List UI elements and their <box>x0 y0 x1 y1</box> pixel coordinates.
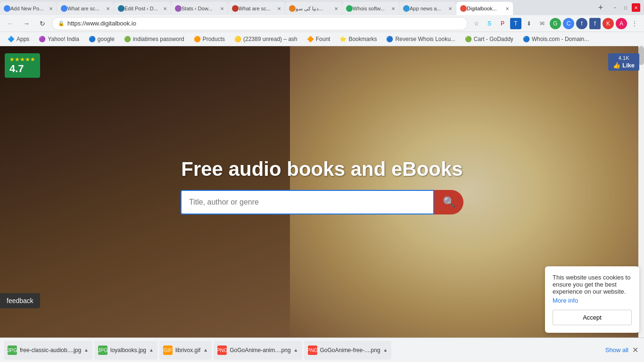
profile-icon[interactable]: A <box>616 18 627 29</box>
cookie-text: This website uses cookies to ensure you … <box>553 274 632 295</box>
tab-close-button[interactable]: ✕ <box>504 5 511 12</box>
chevron-down-icon[interactable]: ▲ <box>203 347 208 353</box>
forward-button[interactable]: → <box>20 17 33 30</box>
fb-count: 4.1K <box>619 55 629 61</box>
bookmark-item[interactable]: 🔵 Whois.com - Domain... <box>519 35 593 43</box>
tab-close-button[interactable]: ✕ <box>276 5 282 12</box>
tab-7[interactable]: Whois softw... ✕ <box>342 2 399 15</box>
star-icon[interactable]: ☆ <box>471 18 482 29</box>
tab-close-button[interactable]: ✕ <box>48 5 54 12</box>
tab-close-button[interactable]: ✕ <box>333 5 339 12</box>
tab-2[interactable]: What are sc... ✕ <box>57 2 114 15</box>
download-item[interactable]: PNG GoGoAnime-anim....png ▲ <box>214 341 302 360</box>
ext2-icon[interactable]: ⬇ <box>523 18 535 29</box>
tab-favicon <box>175 5 182 12</box>
bookmark-icon: 🔵 <box>89 36 96 42</box>
tab-6[interactable]: دنیا کی سو... ✕ <box>285 2 342 15</box>
bookmark-icon: 🟠 <box>194 36 201 42</box>
ext1-icon[interactable]: T <box>510 18 521 29</box>
download-item[interactable]: GIF librivox.gif ▲ <box>159 341 212 360</box>
bookmark-item[interactable]: 🔵 google <box>85 35 118 43</box>
downloads-close-button[interactable]: ✕ <box>630 344 640 356</box>
cookie-accept-button[interactable]: Accept <box>553 310 632 325</box>
ext3-icon[interactable]: ✉ <box>537 18 548 29</box>
ext4-icon[interactable]: G <box>550 18 561 29</box>
new-tab-button[interactable]: + <box>594 1 607 14</box>
chevron-down-icon[interactable]: ▲ <box>149 347 154 353</box>
skype-icon[interactable]: S <box>484 18 495 29</box>
hero-section: Free audio books and eBooks 🔍 <box>181 158 463 214</box>
tab-label: What are sc... <box>239 6 281 11</box>
show-all-button[interactable]: Show all <box>605 346 628 354</box>
tab-close-button[interactable]: ✕ <box>219 5 225 12</box>
facebook-like[interactable]: 4.1K 👍 Like <box>608 53 639 71</box>
tab-close-button[interactable]: ✕ <box>105 5 111 12</box>
search-input[interactable] <box>181 190 434 214</box>
bookmark-item[interactable]: 🔶 Fount <box>303 35 334 43</box>
bookmark-item[interactable]: 🔷 Apps <box>4 35 33 43</box>
ext5-icon[interactable]: C <box>563 18 574 29</box>
bookmark-label: Apps <box>17 36 29 42</box>
maximize-button[interactable]: □ <box>621 3 630 12</box>
bookmark-item[interactable]: 🔵 Reverse Whois Looku... <box>382 35 459 43</box>
bookmark-label: Reverse Whois Looku... <box>395 36 455 42</box>
chevron-down-icon[interactable]: ▲ <box>294 347 298 353</box>
facebook-icon[interactable]: f <box>576 18 587 29</box>
bookmark-label: Products <box>203 36 225 42</box>
downloads-bar: JPG free-classic-audiob....jpg ▲JPG loya… <box>0 337 644 362</box>
menu-icon[interactable]: ⋮ <box>629 18 640 29</box>
tab-label: Whois softw... <box>353 6 395 11</box>
tab-favicon <box>61 5 67 12</box>
feedback-tab[interactable]: feedback <box>0 293 40 308</box>
url-text: https://www.digitalbook.io <box>67 20 136 27</box>
bookmark-item[interactable]: 🟡 (22389 unread) – ash <box>231 35 301 43</box>
download-filename: GoGoAnime-free-....png <box>320 347 380 354</box>
download-item[interactable]: JPG loyalbooks.jpg ▲ <box>94 341 157 360</box>
download-file-icon: JPG <box>8 346 17 355</box>
bookmark-item[interactable]: ⭐ Bookmarks <box>336 35 380 43</box>
download-item[interactable]: PNG GoGoAnime-free-....png ▲ <box>304 341 392 360</box>
tab-1[interactable]: Add New Po... ✕ <box>0 2 57 15</box>
tab-close-button[interactable]: ✕ <box>390 5 396 12</box>
bookmark-icon: ⭐ <box>339 36 347 42</box>
bookmark-icon: 🟢 <box>124 36 131 42</box>
address-bar: ← → ↻ 🔒 https://www.digitalbook.io ☆ S P… <box>0 15 644 32</box>
refresh-button[interactable]: ↻ <box>36 17 49 30</box>
bookmark-item[interactable]: 🟢 indiatimes password <box>120 35 188 43</box>
tab-close-button[interactable]: ✕ <box>447 5 454 12</box>
tab-favicon <box>232 5 239 12</box>
tab-9[interactable]: Digitalbook... ✕ <box>456 2 513 15</box>
cookie-more-info-link[interactable]: More info <box>553 297 632 304</box>
tab-8[interactable]: App news a... ✕ <box>399 2 456 15</box>
search-button[interactable]: 🔍 <box>434 190 463 214</box>
download-file-icon: PNG <box>217 346 227 355</box>
rating-value: 4.7 <box>9 63 35 75</box>
account-icon[interactable]: K <box>603 18 614 29</box>
tab-close-button[interactable]: ✕ <box>162 5 168 12</box>
tab-label: App news a... <box>410 6 452 11</box>
facebook2-icon[interactable]: f <box>589 18 601 29</box>
bookmark-label: (22389 unread) – ash <box>243 36 297 42</box>
bookmark-icon: 🟡 <box>234 36 241 42</box>
tab-4[interactable]: Stats ‹ Dow... ✕ <box>171 2 228 15</box>
bookmark-item[interactable]: 🟢 Cart - GoDaddy <box>461 35 517 43</box>
title-bar: Add New Po... ✕ What are sc... ✕ Edit Po… <box>0 0 644 15</box>
chevron-down-icon[interactable]: ▲ <box>383 347 388 353</box>
tab-favicon <box>403 5 410 12</box>
pinterest-icon[interactable]: P <box>497 18 508 29</box>
tab-label: دنیا کی سو... <box>296 6 338 12</box>
url-bar[interactable]: 🔒 https://www.digitalbook.io <box>52 17 468 30</box>
bookmark-item[interactable]: 🟣 Yahoo! India <box>35 35 83 43</box>
download-filename: free-classic-audiob....jpg <box>20 347 81 354</box>
fb-like-label: 👍 Like <box>613 62 635 69</box>
download-item[interactable]: JPG free-classic-audiob....jpg ▲ <box>4 341 92 360</box>
close-button[interactable]: ✕ <box>632 3 640 12</box>
bookmark-item[interactable]: 🟠 Products <box>190 35 229 43</box>
tab-label: Edit Post ‹ D... <box>124 6 167 11</box>
tab-5[interactable]: What are sc... ✕ <box>228 2 285 15</box>
back-button[interactable]: ← <box>4 17 17 30</box>
minimize-button[interactable]: − <box>611 3 619 12</box>
chevron-down-icon[interactable]: ▲ <box>84 347 89 353</box>
tab-3[interactable]: Edit Post ‹ D... ✕ <box>114 2 171 15</box>
window-controls: − □ ✕ <box>607 3 644 12</box>
